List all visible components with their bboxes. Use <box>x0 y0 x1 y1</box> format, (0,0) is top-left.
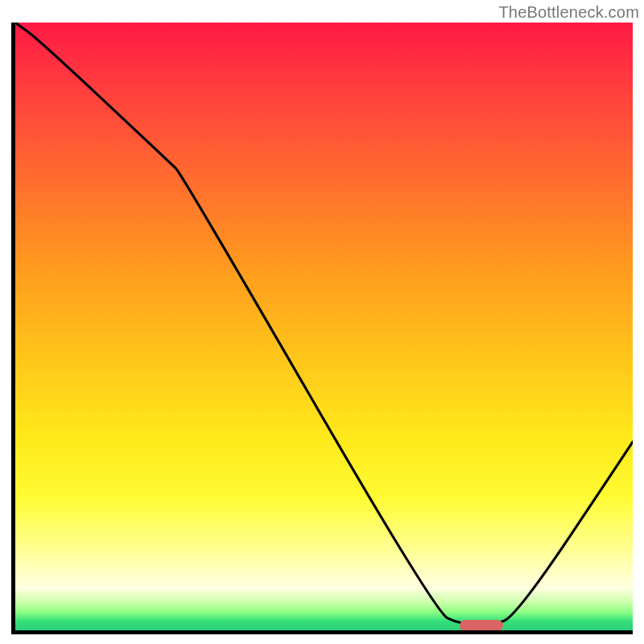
attribution-label: TheBottleneck.com <box>498 3 639 22</box>
curve-svg <box>15 23 633 630</box>
curve-path <box>15 23 633 624</box>
optimal-marker <box>460 620 503 631</box>
plot-area <box>11 23 633 634</box>
chart-container: TheBottleneck.com <box>0 0 644 644</box>
